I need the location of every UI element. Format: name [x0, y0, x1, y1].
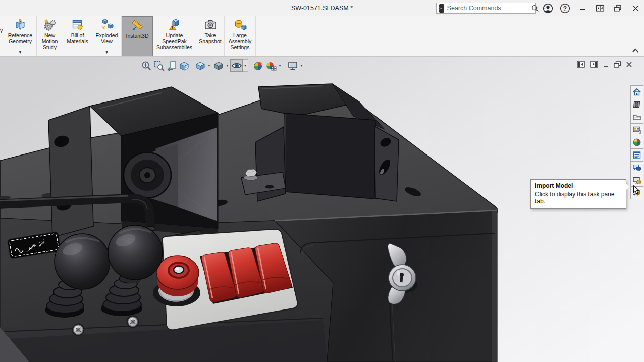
ribbon-button-label: Reference Geometry [4, 32, 36, 44]
minimize-document-icon[interactable] [603, 61, 609, 70]
restore-icon[interactable] [612, 5, 623, 12]
ribbon-button-label: New Motion Study [37, 32, 63, 50]
ribbon-button-label: Large Assembly Settings [225, 32, 255, 50]
view-settings-icon[interactable] [286, 59, 299, 72]
view-orientation-icon[interactable] [194, 59, 206, 72]
ribbon-button-large-assembly-settings[interactable]: Large Assembly Settings [225, 16, 256, 56]
close-icon[interactable] [630, 5, 641, 12]
command-box-icon: >_ [439, 4, 444, 13]
display-style-dropdown-icon[interactable]: ▼ [225, 59, 230, 72]
task-pane-tab-custom-properties[interactable] [630, 148, 643, 162]
view-orientation-dropdown-icon[interactable]: ▼ [206, 59, 212, 72]
hide-show-items-dropdown-icon[interactable]: ▼ [243, 59, 248, 72]
ribbon-button-label: Exploded View [92, 32, 121, 44]
panel-screw [127, 316, 139, 328]
ribbon-button-label: Instant3D [125, 32, 150, 39]
document-window-controls [577, 61, 632, 70]
ribbon-button-exploded-view[interactable]: Exploded View ▼ [92, 16, 122, 56]
large-assembly-settings-icon [234, 18, 247, 32]
bill-of-materials-icon [71, 18, 84, 32]
exploded-view-icon [100, 18, 114, 32]
display-style-icon[interactable] [212, 59, 225, 72]
take-snapshot-icon [204, 18, 217, 32]
heads-up-view-toolbar: ▼ ▼ ▼ ▼ ▼ [140, 59, 304, 72]
task-pane-tab-home[interactable] [630, 85, 643, 98]
svg-text:?: ? [563, 5, 567, 12]
ribbon-button-take-snapshot[interactable]: Take Snapshot [196, 16, 225, 56]
dropdown-caret-icon: ▼ [18, 50, 22, 56]
edit-appearance-icon[interactable] [252, 59, 264, 72]
mouse-cursor-icon [633, 185, 641, 197]
apply-scene-dropdown-icon[interactable]: ▼ [277, 59, 283, 72]
title-bar: SW-01571.SLDASM * >_ ▼ ? [0, 0, 644, 16]
new-motion-study-icon [43, 18, 57, 32]
ribbon-button-instant3d[interactable]: Instant3D [122, 16, 153, 56]
previous-view-icon[interactable] [165, 59, 178, 72]
tooltip-body: Click to display this task pane tab. [535, 191, 622, 205]
graphics-area[interactable]: ▼ ▼ ▼ ▼ ▼ [0, 57, 644, 362]
ribbon-button-reference-geometry[interactable]: Reference Geometry ▼ [4, 16, 37, 56]
task-pane-tabs [630, 86, 643, 199]
view-settings-dropdown-icon[interactable]: ▼ [299, 59, 304, 72]
ribbon-button-bill-of-materials[interactable]: Bill of Materials [63, 16, 92, 56]
collapse-left-pane-icon[interactable] [577, 61, 585, 70]
zoom-to-area-icon[interactable] [152, 59, 165, 72]
maximize-icon[interactable] [595, 5, 606, 12]
minimize-icon[interactable] [577, 5, 588, 11]
section-view-icon[interactable] [178, 59, 190, 72]
task-pane-tab-appearances-scenes[interactable] [630, 136, 643, 149]
panel-screw [73, 324, 84, 336]
hide-show-items-icon[interactable] [230, 59, 243, 72]
dropdown-caret-icon: ▼ [105, 50, 109, 56]
solidworks-window: SW-01571.SLDASM * >_ ▼ ? [0, 0, 644, 362]
ribbon-button-label: Bill of Materials [63, 32, 92, 44]
ribbon-button-label: Update SpeedPak Subassemblies [153, 32, 196, 50]
help-icon[interactable]: ? [560, 3, 570, 14]
task-pane-tab-file-explorer[interactable] [630, 111, 643, 124]
tooltip-title: Import Model [535, 182, 622, 189]
ribbon-button-label: Take Snapshot [196, 32, 224, 44]
reference-geometry-icon [14, 18, 27, 32]
instant3d-icon [131, 18, 144, 32]
update-speedpak-icon [168, 18, 181, 32]
close-document-icon[interactable] [626, 61, 632, 70]
assembly-model [0, 57, 644, 362]
collapse-right-pane-icon[interactable] [590, 61, 599, 70]
zoom-to-fit-icon[interactable] [140, 59, 152, 72]
search-input[interactable] [447, 5, 528, 12]
task-pane-tab-design-library[interactable] [630, 98, 643, 111]
ribbon-collapse-chevron-icon[interactable] [632, 46, 639, 55]
restore-document-icon[interactable] [614, 61, 621, 70]
ribbon-button-clipped[interactable]: y [0, 16, 4, 56]
search-commands-box[interactable]: >_ ▼ [436, 3, 536, 14]
task-pane-tab-solidworks-forum[interactable] [630, 161, 643, 174]
ribbon-button-new-motion-study[interactable]: New Motion Study [37, 16, 63, 56]
search-icon[interactable] [531, 5, 539, 12]
account-icon[interactable] [543, 3, 553, 14]
command-ribbon: y Reference Geometry ▼ New Motion Study … [0, 16, 644, 57]
apply-scene-icon[interactable] [264, 59, 277, 72]
ribbon-button-update-speedpak[interactable]: Update SpeedPak Subassemblies [153, 16, 196, 56]
task-pane-tab-view-palette[interactable] [630, 123, 643, 136]
task-pane-tooltip: Import Model Click to display this task … [530, 179, 626, 209]
